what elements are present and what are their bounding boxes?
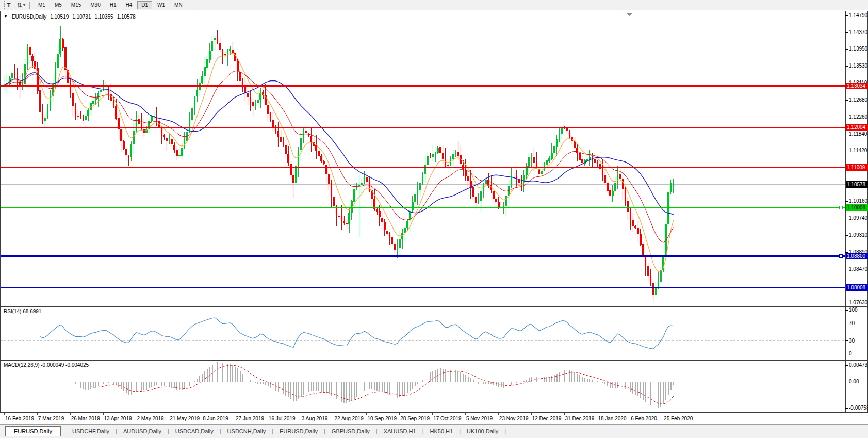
candle-body [478, 201, 479, 202]
candle-body [625, 188, 626, 202]
candle-body [343, 221, 345, 223]
candle-body [151, 116, 152, 121]
candle-body [85, 116, 86, 120]
timeframe-button-m5[interactable]: M5 [51, 1, 66, 9]
rsi-indicator-chart[interactable] [1, 307, 867, 360]
candle-body [133, 131, 135, 144]
macd-indicator-chart[interactable] [1, 361, 867, 412]
date-tick [334, 413, 334, 415]
candle-body [39, 90, 41, 112]
candle-body [72, 93, 74, 106]
chart-tab-active[interactable]: EURUSD,Daily [5, 426, 61, 436]
date-label: 31 Dec 2019 [565, 416, 595, 421]
timeframe-button-mn[interactable]: MN [170, 1, 187, 9]
date-label: 22 Aug 2019 [335, 416, 364, 421]
candle-body [280, 137, 282, 142]
candle-body [194, 97, 195, 108]
timeframe-button-h4[interactable]: H4 [122, 1, 137, 9]
timeframe-button-d1[interactable]: D1 [137, 1, 152, 9]
arrange-tool-button[interactable]: ⇄ ▾ [17, 1, 26, 9]
candle-body [379, 211, 380, 217]
chart-tab[interactable]: AUDUSD,Daily [117, 428, 168, 434]
line-drag-handle[interactable] [839, 254, 842, 257]
chart-tab[interactable]: USDCAD,Daily [169, 428, 220, 434]
candle-body [579, 153, 580, 159]
candle-body [589, 157, 591, 159]
candle-body [361, 183, 363, 186]
candle-body [452, 154, 454, 159]
candle-body [83, 118, 84, 120]
candle-body [242, 82, 243, 87]
candle-body [518, 180, 519, 183]
candle-body [267, 105, 269, 114]
timeframe-button-m15[interactable]: M15 [67, 1, 85, 9]
candle-body [120, 129, 122, 141]
chart-tab[interactable]: GBPUSD,Daily [325, 428, 376, 434]
candle-body [125, 149, 127, 155]
chart-tab[interactable]: HK50,H1 [424, 428, 460, 434]
date-axis[interactable]: 16 Feb 20197 Mar 201926 Mar 201913 Apr 2… [0, 412, 868, 424]
candlestick-chart[interactable] [1, 11, 867, 306]
collapse-triangle-icon[interactable]: ▼ [4, 14, 8, 20]
candle-body [394, 244, 396, 249]
candle-body [630, 211, 631, 219]
candle-body [412, 202, 413, 210]
chart-tab[interactable]: XAUUSD,H1 [378, 428, 422, 434]
candle-body [346, 223, 347, 224]
candle-body [561, 127, 563, 134]
candle-body [189, 120, 190, 132]
candle-body [670, 183, 672, 193]
date-tick [235, 413, 235, 415]
text-tool-button[interactable]: T [4, 1, 13, 9]
candle-body [277, 131, 279, 137]
candle-body [391, 237, 393, 244]
line-drag-handle[interactable] [839, 206, 842, 209]
candle-body [222, 50, 223, 55]
candle-body [348, 213, 350, 224]
candle-body [272, 120, 274, 126]
candle-body [511, 176, 512, 186]
timeframe-button-m30[interactable]: M30 [86, 1, 104, 9]
candle-body [178, 155, 180, 156]
candle-body [232, 50, 233, 53]
candle-body [384, 222, 385, 230]
date-tick [366, 413, 367, 415]
chevron-down-icon: ▾ [23, 3, 25, 7]
candle-body [247, 93, 249, 97]
candle-body [472, 187, 474, 197]
candle-body [138, 119, 140, 124]
chart-tab[interactable]: USDCHF,Daily [66, 428, 116, 434]
rsi-line [40, 318, 674, 349]
candle-body [551, 153, 552, 159]
candle-body [250, 97, 251, 103]
candle-body [209, 51, 210, 60]
candle-body [652, 283, 654, 295]
date-tick [70, 413, 71, 415]
date-tick [301, 413, 301, 415]
candle-body [614, 183, 616, 191]
candle-body [447, 165, 449, 166]
candle-body [619, 174, 621, 178]
candle-body [437, 148, 438, 154]
candle-body [634, 226, 636, 228]
trading-platform-window: T ⇄ ▾ M1M5M15M30H1H4D1W1MN ▼ EURUSD,Dail… [0, 0, 868, 438]
chart-tab[interactable]: USDCNH,Daily [221, 428, 272, 434]
candle-body [310, 136, 312, 142]
timeframe-button-w1[interactable]: W1 [153, 1, 169, 9]
candle-body [602, 168, 603, 175]
candle-body [80, 117, 81, 118]
timeframe-button-h1[interactable]: H1 [106, 1, 121, 9]
timeframe-button-m1[interactable]: M1 [34, 1, 50, 9]
candle-body [658, 282, 659, 287]
candle-body [556, 139, 558, 147]
macd-indicator-panel: MACD(12,26,9) -0.000049 -0.004025 [0, 360, 868, 412]
date-tick [103, 413, 104, 415]
candle-body [541, 171, 543, 175]
candle-body [432, 154, 433, 157]
candle-body [467, 176, 469, 181]
chart-tab[interactable]: EURUSD,Daily [273, 428, 324, 434]
chart-tab[interactable]: UK100,Daily [461, 428, 504, 434]
date-label: 6 Feb 2020 [631, 416, 657, 421]
candle-body [27, 47, 28, 64]
chart-shift-marker-icon[interactable] [627, 13, 633, 17]
